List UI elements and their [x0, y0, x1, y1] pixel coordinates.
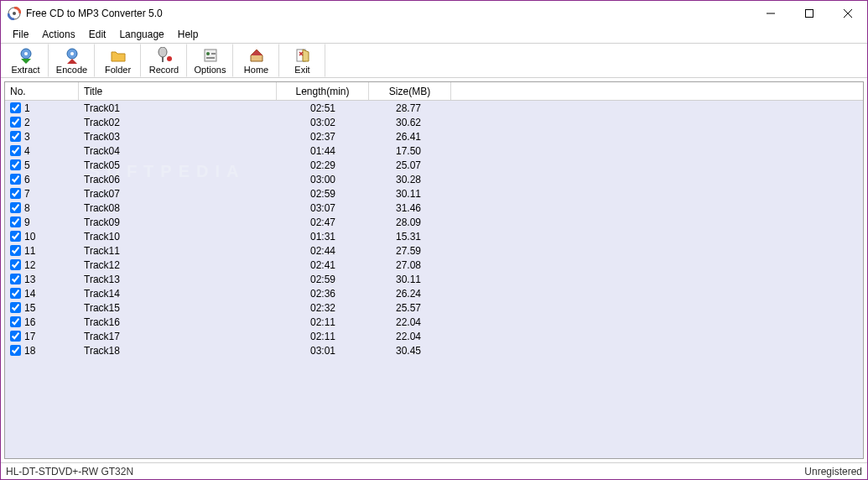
track-no: 17: [24, 331, 35, 342]
track-length: 03:07: [277, 202, 369, 214]
home-icon: [248, 47, 265, 64]
track-checkbox[interactable]: [10, 259, 21, 270]
exit-button[interactable]: Exit: [279, 44, 325, 77]
home-button[interactable]: Home: [233, 44, 279, 77]
track-checkbox[interactable]: [10, 316, 21, 327]
app-window: Free CD to MP3 Converter 5.0 File Action…: [0, 0, 868, 480]
maximize-button[interactable]: [790, 1, 829, 26]
col-header-length[interactable]: Length(min): [277, 82, 369, 100]
track-row[interactable]: 8Track0803:0731.46: [5, 201, 863, 215]
track-checkbox[interactable]: [10, 217, 21, 227]
track-row[interactable]: 7Track0702:5930.11: [5, 186, 863, 201]
track-no: 13: [24, 274, 35, 285]
svg-point-12: [167, 56, 172, 61]
col-header-no[interactable]: No.: [5, 82, 79, 100]
track-row[interactable]: 14Track1402:3626.24: [5, 286, 863, 300]
track-length: 02:44: [277, 245, 369, 257]
track-checkbox[interactable]: [10, 331, 21, 342]
track-checkbox[interactable]: [10, 131, 21, 142]
track-size: 26.24: [369, 288, 451, 300]
encode-icon: [64, 47, 81, 64]
track-row[interactable]: 3Track0302:3726.41: [5, 129, 863, 143]
menu-language[interactable]: Language: [112, 28, 170, 41]
track-checkbox[interactable]: [10, 288, 21, 299]
track-checkbox[interactable]: [10, 202, 21, 213]
track-no: 12: [24, 259, 35, 271]
col-header-size[interactable]: Size(MB): [369, 82, 451, 100]
track-checkbox[interactable]: [10, 174, 21, 185]
track-row[interactable]: 18Track1803:0130.45: [5, 343, 863, 357]
track-checkbox[interactable]: [10, 117, 21, 128]
list-body: 1Track0102:5128.772Track0203:0230.623Tra…: [5, 101, 863, 458]
encode-button[interactable]: Encode: [49, 44, 95, 77]
folder-button[interactable]: Folder: [95, 44, 141, 77]
track-size: 27.08: [369, 259, 451, 271]
extract-button[interactable]: Extract: [3, 44, 49, 77]
menu-file[interactable]: File: [6, 28, 35, 41]
close-button[interactable]: [829, 1, 867, 26]
track-checkbox[interactable]: [10, 274, 21, 284]
menubar: File Actions Edit Language Help: [1, 26, 867, 43]
exit-icon: [294, 47, 311, 64]
track-checkbox[interactable]: [10, 302, 21, 313]
track-title: Track10: [79, 231, 277, 243]
track-no: 3: [24, 131, 30, 143]
track-list[interactable]: SOFTPEDIA No. Title Length(min) Size(MB)…: [4, 81, 864, 459]
track-row[interactable]: 12Track1202:4127.08: [5, 258, 863, 272]
track-row[interactable]: 15Track1502:3225.57: [5, 300, 863, 315]
track-no: 5: [24, 159, 30, 171]
home-label: Home: [244, 65, 268, 75]
track-row[interactable]: 6Track0603:0030.28: [5, 172, 863, 186]
svg-rect-13: [205, 50, 216, 61]
track-row[interactable]: 2Track0203:0230.62: [5, 115, 863, 129]
track-size: 26.41: [369, 131, 451, 143]
col-header-title[interactable]: Title: [79, 82, 277, 100]
track-size: 31.46: [369, 202, 451, 214]
svg-point-10: [159, 47, 167, 57]
track-row[interactable]: 1Track0102:5128.77: [5, 101, 863, 115]
menu-edit[interactable]: Edit: [82, 28, 113, 41]
track-row[interactable]: 4Track0401:4417.50: [5, 143, 863, 158]
extract-label: Extract: [11, 65, 39, 75]
record-label: Record: [149, 65, 179, 75]
minimize-button[interactable]: [751, 1, 790, 26]
track-title: Track11: [79, 245, 277, 257]
track-no: 2: [24, 117, 30, 128]
track-row[interactable]: 13Track1302:5930.11: [5, 272, 863, 286]
track-row[interactable]: 11Track1102:4427.59: [5, 243, 863, 258]
track-checkbox[interactable]: [10, 159, 21, 170]
window-controls: [751, 1, 867, 26]
app-icon: [8, 7, 21, 20]
menu-actions[interactable]: Actions: [35, 28, 81, 41]
track-checkbox[interactable]: [10, 145, 21, 156]
track-size: 28.77: [369, 102, 451, 114]
track-title: Track06: [79, 174, 277, 185]
record-button[interactable]: Record: [141, 44, 187, 77]
track-row[interactable]: 5Track0502:2925.07: [5, 158, 863, 172]
track-checkbox[interactable]: [10, 231, 21, 242]
track-length: 03:00: [277, 174, 369, 185]
track-size: 15.31: [369, 231, 451, 243]
track-length: 02:37: [277, 131, 369, 143]
track-title: Track15: [79, 302, 277, 314]
menu-help[interactable]: Help: [171, 28, 205, 41]
options-button[interactable]: Options: [187, 44, 233, 77]
track-length: 02:59: [277, 188, 369, 200]
track-row[interactable]: 9Track0902:4728.09: [5, 215, 863, 229]
toolbar: Extract Encode Folder Record Options Hom…: [1, 43, 867, 78]
track-length: 02:51: [277, 102, 369, 114]
track-checkbox[interactable]: [10, 188, 21, 199]
track-checkbox[interactable]: [10, 102, 21, 113]
svg-rect-3: [806, 10, 813, 18]
track-length: 02:11: [277, 331, 369, 342]
track-title: Track12: [79, 259, 277, 271]
options-label: Options: [195, 65, 226, 75]
track-checkbox[interactable]: [10, 245, 21, 256]
track-row[interactable]: 16Track1602:1122.04: [5, 315, 863, 329]
track-title: Track03: [79, 131, 277, 143]
track-title: Track17: [79, 331, 277, 342]
track-title: Track13: [79, 274, 277, 285]
track-row[interactable]: 17Track1702:1122.04: [5, 329, 863, 343]
track-checkbox[interactable]: [10, 345, 21, 356]
track-row[interactable]: 10Track1001:3115.31: [5, 229, 863, 243]
